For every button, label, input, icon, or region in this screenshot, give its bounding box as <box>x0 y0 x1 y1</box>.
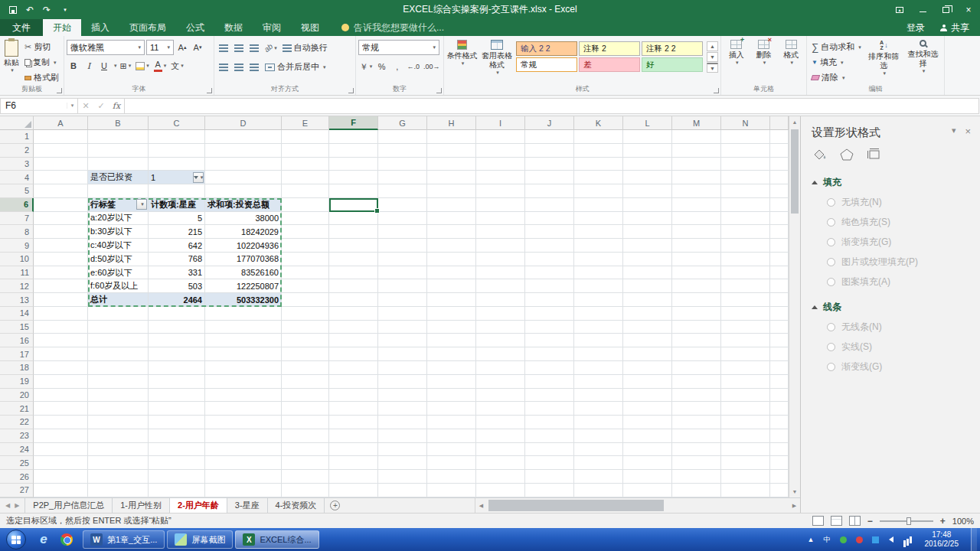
grid-cell-M16[interactable] <box>672 334 721 347</box>
grid-cell-G8[interactable] <box>378 225 427 239</box>
grid-cell-I18[interactable] <box>476 361 525 375</box>
grid-cell-M23[interactable] <box>672 429 721 443</box>
grid-cell-M24[interactable] <box>672 443 721 457</box>
grid-cell-E8[interactable] <box>282 225 329 239</box>
dialog-launcher-icon[interactable] <box>348 88 354 93</box>
grid-cell-C21[interactable] <box>149 402 205 416</box>
gallery-up-button[interactable]: ▲ <box>707 41 718 51</box>
grid-cell-K10[interactable] <box>574 253 623 266</box>
ribbon-tab[interactable]: 数据 <box>214 19 253 36</box>
grid-cell-A2[interactable] <box>34 144 88 158</box>
grid-cell-D26[interactable] <box>205 470 282 484</box>
grid-cell-L8[interactable] <box>623 225 672 239</box>
row-header-19[interactable]: 19 <box>0 375 34 389</box>
grid-cell-E9[interactable] <box>282 239 329 253</box>
grid-cell-A1[interactable] <box>34 130 88 144</box>
grid-cell-F8[interactable] <box>329 225 378 239</box>
grid-cell-I2[interactable] <box>476 144 525 158</box>
grid-cell-C23[interactable] <box>149 429 205 443</box>
grid-cell-N1[interactable] <box>721 130 770 144</box>
format-as-table-button[interactable]: 套用表格格式 ▾ <box>479 38 514 84</box>
grid-cell-N6[interactable] <box>721 198 770 212</box>
grid-cell-M15[interactable] <box>672 321 721 334</box>
grid-cell[interactable] <box>770 184 789 198</box>
radio-option[interactable]: 无填充(N) <box>827 196 969 209</box>
grid-cell-A24[interactable] <box>34 443 88 457</box>
grid-cell-I15[interactable] <box>476 321 525 334</box>
grid-cell-F1[interactable] <box>329 130 378 144</box>
zoom-in-button[interactable]: + <box>940 516 946 527</box>
grid-cell-L7[interactable] <box>623 212 672 226</box>
grid-cell[interactable] <box>770 402 789 416</box>
grid-cell-C20[interactable] <box>149 389 205 403</box>
grid-cell-M14[interactable] <box>672 307 721 321</box>
grid-cell-K19[interactable] <box>574 375 623 389</box>
grid-cell-A27[interactable] <box>34 484 88 497</box>
grid-cell-D24[interactable] <box>205 443 282 457</box>
grid-cell-F24[interactable] <box>329 443 378 457</box>
grid-cell-H20[interactable] <box>427 389 476 403</box>
row-header-18[interactable]: 18 <box>0 361 34 375</box>
section-header[interactable]: 填充 <box>812 176 969 189</box>
grid-cell-H27[interactable] <box>427 484 476 497</box>
grid-cell-G15[interactable] <box>378 321 427 334</box>
grid-cell-J19[interactable] <box>525 375 574 389</box>
grid-cell-B8[interactable]: b:30岁以下 <box>88 225 149 239</box>
grid-cell-J5[interactable] <box>525 184 574 198</box>
delete-cells-button[interactable]: × 删除 ▾ <box>751 38 777 84</box>
row-header-23[interactable]: 23 <box>0 429 34 443</box>
sheet-tab-4-投资频次[interactable]: 4-投资频次 <box>268 498 325 513</box>
section-header[interactable]: 线条 <box>812 301 969 314</box>
grid-cell-C11[interactable]: 331 <box>149 266 205 280</box>
grid-cell-N16[interactable] <box>721 334 770 347</box>
grid-cell-H14[interactable] <box>427 307 476 321</box>
grid-cell-H2[interactable] <box>427 144 476 158</box>
grid-cell-K12[interactable] <box>574 279 623 293</box>
fill-button[interactable]: ▼填充▾ <box>809 55 864 70</box>
grid-cell-E11[interactable] <box>282 266 329 280</box>
grid-cell-A8[interactable] <box>34 225 88 239</box>
grid-cell[interactable] <box>770 253 789 266</box>
grid-cell-I11[interactable] <box>476 266 525 280</box>
next-sheet-icon[interactable]: ▶ <box>15 502 19 509</box>
grid-cell-E6[interactable] <box>282 198 329 212</box>
ribbon-tab[interactable]: 公式 <box>176 19 214 36</box>
grid-cell-B14[interactable] <box>88 307 149 321</box>
grid-cell-M13[interactable] <box>672 293 721 307</box>
grid-cell-K8[interactable] <box>574 225 623 239</box>
grid-cell[interactable] <box>770 130 789 144</box>
grid-cell-K20[interactable] <box>574 389 623 403</box>
grid-cell-G16[interactable] <box>378 334 427 347</box>
vertical-scrollbar[interactable]: ▲ ▼ <box>789 116 800 497</box>
redo-button[interactable]: ↷ <box>40 2 54 18</box>
grid-cell-J22[interactable] <box>525 416 574 429</box>
grid-cell-D12[interactable]: 122250807 <box>205 279 282 293</box>
clear-button[interactable]: 清除▾ <box>809 70 864 85</box>
grid-cell-N22[interactable] <box>721 416 770 429</box>
grid-cell-E19[interactable] <box>282 375 329 389</box>
grid-cell-G20[interactable] <box>378 389 427 403</box>
grid-cell-E3[interactable] <box>282 158 329 171</box>
grid-cell-H25[interactable] <box>427 456 476 470</box>
grid-cell-A17[interactable] <box>34 347 88 361</box>
grid-cell-F15[interactable] <box>329 321 378 334</box>
grid-cell-H8[interactable] <box>427 225 476 239</box>
grid-cell-H21[interactable] <box>427 402 476 416</box>
grid-cell-I27[interactable] <box>476 484 525 497</box>
grid-cell-D23[interactable] <box>205 429 282 443</box>
grid-cell-K21[interactable] <box>574 402 623 416</box>
row-header-22[interactable]: 22 <box>0 416 34 429</box>
style-chip[interactable]: 注释 2 <box>579 41 640 56</box>
grid-cell-N7[interactable] <box>721 212 770 226</box>
grid-cell-L12[interactable] <box>623 279 672 293</box>
grid-cell-C26[interactable] <box>149 470 205 484</box>
increase-decimal-button[interactable]: ←.0 <box>406 60 421 73</box>
grid-cell[interactable] <box>770 375 789 389</box>
row-header-14[interactable]: 14 <box>0 307 34 321</box>
grid-cell-J8[interactable] <box>525 225 574 239</box>
grid-cell-J1[interactable] <box>525 130 574 144</box>
grid-cell-A4[interactable] <box>34 171 88 184</box>
row-header-2[interactable]: 2 <box>0 144 34 158</box>
new-sheet-button[interactable]: + <box>330 498 340 513</box>
row-header-12[interactable]: 12 <box>0 279 34 293</box>
